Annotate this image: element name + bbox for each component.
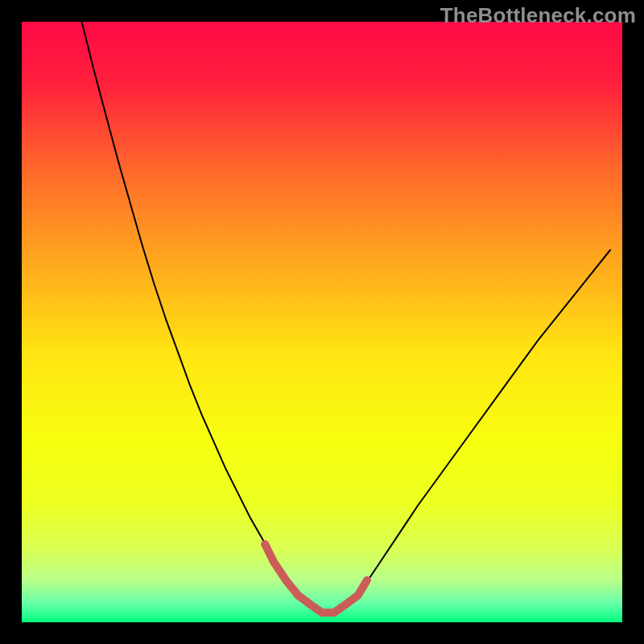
gradient-background — [22, 22, 622, 622]
chart-frame: TheBottleneck.com — [0, 0, 644, 644]
chart-plot — [22, 22, 622, 622]
watermark-label: TheBottleneck.com — [440, 3, 636, 28]
